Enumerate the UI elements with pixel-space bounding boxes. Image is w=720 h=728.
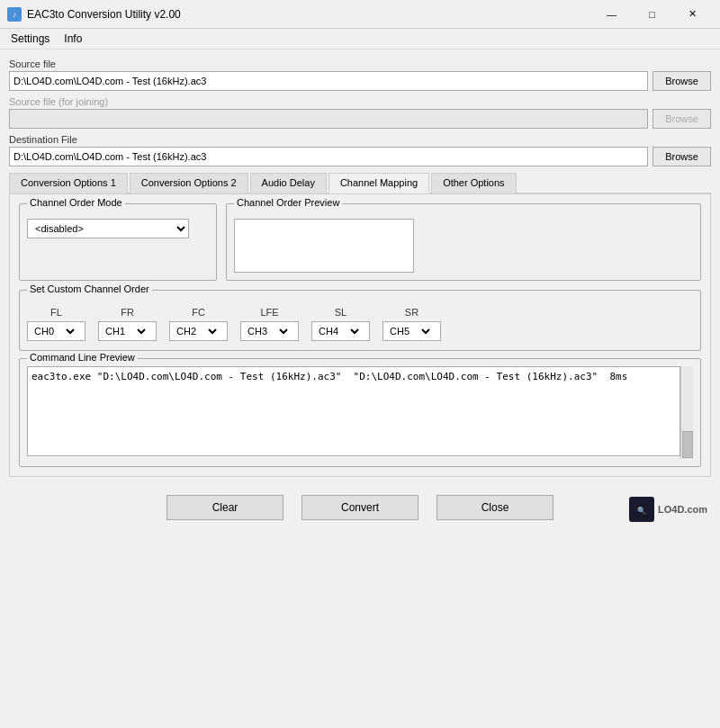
close-window-button[interactable]: ✕ <box>672 5 713 23</box>
source-file-section: Source file Browse <box>9 58 711 91</box>
channel-fr-select[interactable]: CH0CH1CH2CH3CH4CH5 <box>99 322 148 340</box>
channel-fc-select[interactable]: CH0CH1CH2CH3CH4CH5 <box>170 322 220 340</box>
source-file-join-section: Source file (for joining) Browse <box>9 96 711 129</box>
channel-fl-label: FL <box>50 307 62 318</box>
channel-order-preview-label: Channel Order Preview <box>234 197 342 208</box>
source-file-join-input[interactable] <box>9 109 648 129</box>
close-button[interactable]: Close <box>436 495 554 520</box>
channel-sr-select[interactable]: CH0CH1CH2CH3CH4CH5 <box>383 322 433 340</box>
channel-fl-select[interactable]: CH0CH1CH2CH3CH4CH5 <box>28 322 77 340</box>
minimize-button[interactable]: — <box>591 5 632 23</box>
channel-fc: FC CH0CH1CH2CH3CH4CH5 <box>169 307 228 341</box>
menu-bar: Settings Info <box>0 29 720 49</box>
channel-lfe: LFE CH0CH1CH2CH3CH4CH5 <box>240 307 299 341</box>
app-icon: ♪ <box>7 7 22 22</box>
channel-fc-label: FC <box>192 307 205 318</box>
channel-fl: FL CH0CH1CH2CH3CH4CH5 <box>27 307 86 341</box>
command-line-preview-group: Command Line Preview eac3to.exe "D:\LO4D… <box>19 358 701 467</box>
menu-info[interactable]: Info <box>57 31 89 47</box>
command-line-preview-label: Command Line Preview <box>27 352 138 363</box>
maximize-button[interactable]: □ <box>632 5 672 23</box>
channel-sl: SL CH0CH1CH2CH3CH4CH5 <box>311 307 370 341</box>
channel-lfe-label: LFE <box>260 307 278 318</box>
lo4d-icon: 🔍 <box>634 501 650 517</box>
channel-order-mode-select[interactable]: <disabled> Stereo 5.1 7.1 <box>27 219 189 238</box>
command-line-scrollbar[interactable] <box>680 366 693 459</box>
tab-audio-delay[interactable]: Audio Delay <box>250 173 327 193</box>
channel-lfe-select[interactable]: CH0CH1CH2CH3CH4CH5 <box>241 322 291 340</box>
window-controls: — □ ✕ <box>591 5 713 23</box>
destination-file-browse[interactable]: Browse <box>652 147 711 166</box>
destination-file-section: Destination File Browse <box>9 134 711 166</box>
channel-order-mode-label: Channel Order Mode <box>27 197 125 208</box>
app-title: EAC3to Conversion Utility v2.00 <box>27 8 181 21</box>
source-file-input[interactable] <box>9 71 648 91</box>
destination-file-input[interactable] <box>9 147 648 166</box>
channel-sl-label: SL <box>335 307 346 318</box>
source-file-browse[interactable]: Browse <box>652 71 711 91</box>
channel-fr-label: FR <box>121 307 134 318</box>
channel-sl-select[interactable]: CH0CH1CH2CH3CH4CH5 <box>312 322 362 340</box>
source-file-join-browse[interactable]: Browse <box>652 109 711 129</box>
tab-channel-mapping[interactable]: Channel Mapping <box>328 173 429 193</box>
tabs: Conversion Options 1 Conversion Options … <box>9 172 711 194</box>
channel-order-preview-box <box>234 219 414 273</box>
tab-conversion-options-2[interactable]: Conversion Options 2 <box>130 173 248 193</box>
title-bar: ♪ EAC3to Conversion Utility v2.00 — □ ✕ <box>0 0 720 29</box>
watermark: LO4D.com <box>658 504 707 515</box>
command-line-textarea[interactable]: eac3to.exe "D:\LO4D.com\LO4D.com - Test … <box>27 366 680 456</box>
clear-button[interactable]: Clear <box>166 495 284 520</box>
source-file-label: Source file <box>9 58 711 69</box>
scrollbar-thumb[interactable] <box>682 431 693 458</box>
channel-order-mode-group: Channel Order Mode <disabled> Stereo 5.1… <box>19 203 217 281</box>
custom-channel-order-label: Set Custom Channel Order <box>27 283 152 294</box>
menu-settings[interactable]: Settings <box>4 31 57 47</box>
tab-other-options[interactable]: Other Options <box>431 173 516 193</box>
tab-content-channel-mapping: Channel Order Mode <disabled> Stereo 5.1… <box>9 194 711 477</box>
source-file-join-label: Source file (for joining) <box>9 96 711 107</box>
custom-channel-order-group: Set Custom Channel Order FL CH0CH1CH2CH3… <box>19 290 701 351</box>
channel-order-preview-group: Channel Order Preview <box>226 203 701 281</box>
channel-fr: FR CH0CH1CH2CH3CH4CH5 <box>98 307 157 341</box>
bottom-bar: Clear Convert Close 🔍 LO4D.com <box>0 486 720 529</box>
svg-text:🔍: 🔍 <box>637 506 646 515</box>
channel-sr-label: SR <box>405 307 418 318</box>
tab-conversion-options-1[interactable]: Conversion Options 1 <box>9 173 128 193</box>
destination-file-label: Destination File <box>9 134 711 145</box>
channel-sr: SR CH0CH1CH2CH3CH4CH5 <box>382 307 441 341</box>
convert-button[interactable]: Convert <box>302 495 418 520</box>
